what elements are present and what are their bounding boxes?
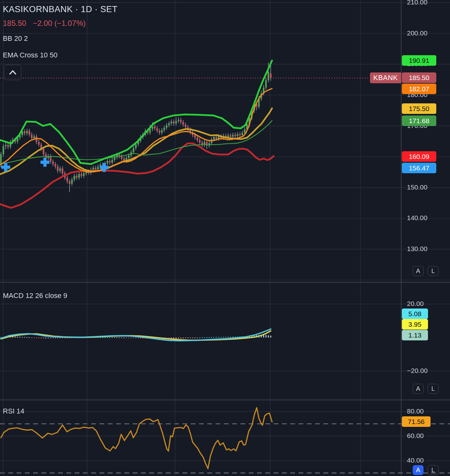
candle [57,167,58,171]
candle [234,135,236,136]
candle [78,174,80,178]
last-price: 185.50 [3,19,26,27]
candle [265,80,267,87]
ema_cross-value-badge: 156.47 [402,163,436,173]
candle [59,168,61,171]
macd-log-scale-button[interactable]: L [428,384,439,394]
candle [24,131,26,133]
candle [71,180,73,184]
bb_basis-value-badge: 175.50 [402,103,436,114]
indicator-ema-cross-legend[interactable]: EMA Cross 10 50 [3,51,57,59]
candle [5,145,6,146]
candle [163,128,165,130]
axis-tick-label: 130.00 [407,245,445,253]
rsi-value-badge: 71.56 [402,416,431,427]
candle [199,140,201,143]
candle [123,159,125,160]
ema50-value-badge: 171.68 [402,115,436,126]
candle [111,160,113,163]
candle [268,72,269,80]
candle [3,146,4,154]
axis-tick-label: 210.00 [407,0,445,6]
candle [28,131,30,135]
candle [216,137,217,139]
candle [156,128,158,131]
candle [73,176,75,180]
candle [180,120,181,122]
chart-window: KASIKORNBANK · 1D · SET 185.50 −2.00 (−1… [0,0,450,476]
candle [154,126,156,128]
candle [128,155,129,158]
candle [185,125,186,127]
candle [168,123,170,125]
auto-scale-button[interactable]: A [413,266,424,276]
candle [196,138,198,140]
candle [0,154,2,164]
last_price-value-badge: 185.50 [402,72,436,83]
axis-tick-label: 150.00 [407,183,445,191]
bb_lower-value-badge: 160.09 [402,151,436,162]
candle [83,173,85,176]
candle [175,121,177,123]
candle [194,135,196,138]
axis-tick-label: 20.00 [407,300,445,308]
macd-panel-title[interactable]: MACD 12 26 close 9 [3,292,67,300]
candle [230,135,231,137]
candle [237,134,238,136]
candle [107,161,108,164]
log-scale-button[interactable]: L [428,266,439,276]
candle [97,167,99,169]
candle [270,73,271,78]
price-change-row: 185.50 −2.00 (−1.07%) [3,19,86,28]
collapse-legend-button[interactable] [4,65,21,80]
candle [52,162,54,164]
candle [135,144,136,148]
rsi-scale-buttons: A L [413,465,439,475]
axis-tick-label: 140.00 [407,214,445,222]
signal-value-badge: 3.95 [402,319,428,330]
rsi-panel-title[interactable]: RSI 14 [3,407,24,415]
candle [92,168,94,170]
histogram-value-badge: 1.13 [402,330,428,340]
axis-tick-label: −20.00 [407,367,445,375]
candle [232,135,234,137]
candle [178,120,179,121]
axis-tick-label: 40.00 [407,457,445,464]
candle [33,136,35,138]
candle [62,168,63,173]
candle [171,122,172,123]
candle [69,181,70,184]
candle [76,176,77,178]
rsi-log-scale-button[interactable]: L [428,465,439,475]
macd-auto-scale-button[interactable]: A [413,384,424,394]
axis-tick-label: 200.00 [407,29,445,37]
candle [114,157,115,160]
candle [38,142,40,145]
candle [244,129,246,133]
candle [166,125,167,128]
main-scale-buttons: A L [413,266,439,276]
candle [55,164,56,167]
candle [213,137,215,139]
candle [7,145,9,147]
indicator-bb-legend[interactable]: BB 20 2 [3,34,28,43]
candle [218,136,219,139]
candle [31,135,33,138]
symbol-title[interactable]: KASIKORNBANK · 1D · SET [3,4,118,14]
axis-tick-label: 80.00 [407,407,445,415]
macd-scale-buttons: A L [413,384,439,394]
candle [95,168,96,169]
ema10-value-badge: 182.07 [402,84,436,94]
candle [159,131,160,133]
candle [239,134,241,135]
chart-canvas[interactable] [0,0,450,476]
candle [66,178,68,182]
candle [173,122,174,123]
symbol-price-flag[interactable]: KBANK [370,72,401,83]
candle [161,130,163,133]
rsi-auto-scale-button[interactable]: A [413,465,424,475]
candle [43,149,44,154]
macd-value-badge: 5.08 [402,309,428,319]
candle [133,148,134,152]
axis-tick-label: 60.00 [407,432,445,440]
